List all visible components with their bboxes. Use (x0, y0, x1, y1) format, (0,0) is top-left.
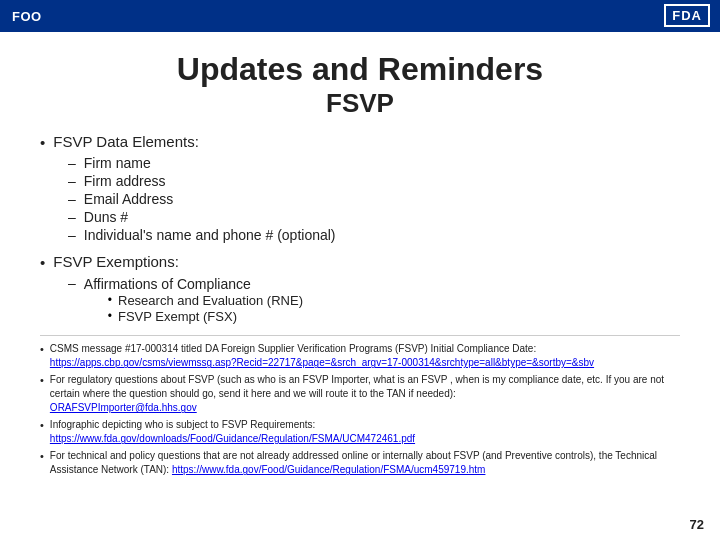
footer-text-4: For technical and policy questions that … (50, 449, 680, 477)
footer-note-4: • For technical and policy questions tha… (40, 449, 680, 477)
bullet-dot-1: • (40, 134, 45, 151)
sub-item-firm-address: – Firm address (68, 173, 680, 189)
dash-6: – (68, 275, 76, 291)
sub-item-duns: – Duns # (68, 209, 680, 225)
fsvp-data-subitems: – Firm name – Firm address – Email Addre… (68, 155, 680, 243)
sub-item-email: – Email Address (68, 191, 680, 207)
footer-text-2: For regulatory questions about FSVP (suc… (50, 373, 680, 415)
sub-sub-rne: • Research and Evaluation (RNE) (108, 293, 303, 308)
sub-text-duns: Duns # (84, 209, 128, 225)
footer-text-3: Infographic depicting who is subject to … (50, 418, 415, 446)
footer-notes: • CSMS message #17-000314 titled DA Fore… (40, 335, 680, 477)
dash-1: – (68, 155, 76, 171)
main-content: Updates and Reminders FSVP • FSVP Data E… (0, 32, 720, 490)
bullet-item-2: • FSVP Exemptions: (40, 253, 680, 271)
footer-note-1: • CSMS message #17-000314 titled DA Fore… (40, 342, 680, 370)
sub-sub-text-rne: Research and Evaluation (RNE) (118, 293, 303, 308)
bullet-dot-2: • (40, 254, 45, 271)
footer-dot-3: • (40, 419, 44, 431)
sub-sub-fsx: • FSVP Exempt (FSX) (108, 309, 303, 324)
dash-5: – (68, 227, 76, 243)
footer-dot-1: • (40, 343, 44, 355)
footer-text-1: CSMS message #17-000314 titled DA Foreig… (50, 342, 594, 370)
top-bar-logo: FOO (12, 9, 42, 24)
bullet-item-1: • FSVP Data Elements: (40, 133, 680, 151)
section-fsvp-data: • FSVP Data Elements: – Firm name – Firm… (40, 133, 680, 243)
footer-dot-2: • (40, 374, 44, 386)
footer-note-3: • Infographic depicting who is subject t… (40, 418, 680, 446)
dash-4: – (68, 209, 76, 225)
sub-sub-text-fsx: FSVP Exempt (FSX) (118, 309, 237, 324)
sub-text-individual: Individual's name and phone # (optional) (84, 227, 336, 243)
sub-text-firm-name: Firm name (84, 155, 151, 171)
section-fsvp-exemptions: • FSVP Exemptions: – Affirmations of Com… (40, 253, 680, 325)
footer-link-4[interactable]: https://www.fda.gov/Food/Guidance/Regula… (172, 464, 486, 475)
bullet-small-2: • (108, 309, 112, 323)
footer-link-3[interactable]: https://www.fda.gov/downloads/Food/Guida… (50, 433, 415, 444)
main-title: Updates and Reminders (40, 50, 680, 88)
footer-link-2[interactable]: ORAFSVPImporter@fda.hhs.gov (50, 402, 197, 413)
fsvp-exemptions-subitems: – Affirmations of Compliance • Research … (68, 275, 680, 325)
bullet-small-1: • (108, 293, 112, 307)
footer-link-1[interactable]: https://apps.cbp.gov/csms/viewmssg.asp?R… (50, 357, 594, 368)
sub-item-firm-name: – Firm name (68, 155, 680, 171)
sub-item-affirmations: – Affirmations of Compliance • Research … (68, 275, 680, 325)
dash-3: – (68, 191, 76, 207)
dash-2: – (68, 173, 76, 189)
sub-title: FSVP (40, 88, 680, 119)
footer-note-2: • For regulatory questions about FSVP (s… (40, 373, 680, 415)
sub-text-affirmations: Affirmations of Compliance (84, 276, 251, 292)
fda-logo: FDA (664, 4, 710, 27)
fsvp-data-label: FSVP Data Elements: (53, 133, 199, 150)
footer-dot-4: • (40, 450, 44, 462)
page-number: 72 (690, 517, 704, 532)
sub-text-firm-address: Firm address (84, 173, 166, 189)
top-bar: FOO FDA (0, 0, 720, 32)
sub-item-individual: – Individual's name and phone # (optiona… (68, 227, 680, 243)
sub-sub-list: • Research and Evaluation (RNE) • FSVP E… (108, 293, 303, 324)
sub-text-email: Email Address (84, 191, 173, 207)
fsvp-exemptions-label: FSVP Exemptions: (53, 253, 179, 270)
